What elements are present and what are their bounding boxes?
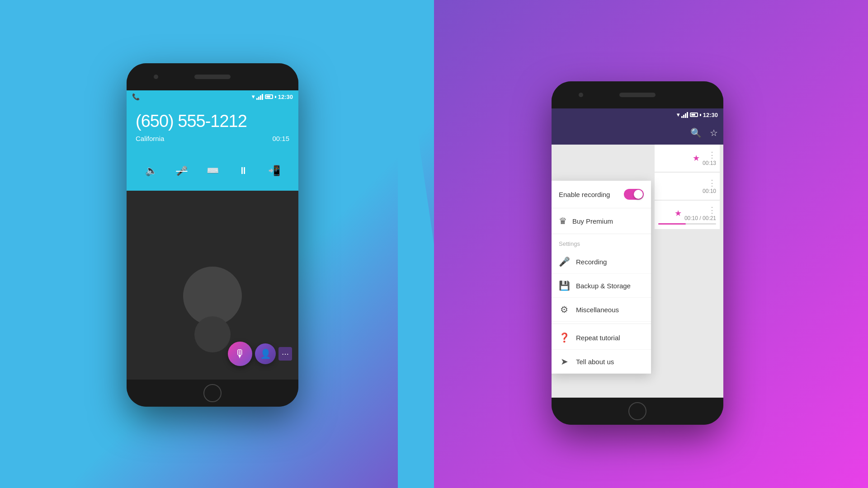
right-status-right: ▾ 12:30 [677, 112, 718, 118]
share-menu-icon: ➤ [559, 356, 570, 367]
storage-menu-icon: 💾 [559, 280, 570, 291]
right-battery-icon [690, 113, 698, 117]
rec-3-time: 00:10 / 00:21 [684, 215, 716, 221]
right-speaker-grille [619, 93, 656, 97]
contact-icon: 👤 [260, 348, 271, 359]
right-phone-screen: ▾ 12:30 [552, 108, 723, 398]
left-phone-screen: 📞 ▾ [127, 90, 298, 380]
enable-recording-toggle[interactable] [624, 189, 644, 200]
menu-item-tutorial[interactable]: ❓ Repeat tutorial [552, 326, 651, 350]
status-left: 📞 [132, 93, 140, 100]
gear-menu-icon: ⚙ [559, 304, 570, 315]
rec-3-meta: ⋮ 00:10 / 00:21 [684, 205, 716, 221]
buy-premium-row[interactable]: ♛ Buy Premium [552, 208, 651, 234]
pause-icon: ⏸ [238, 165, 248, 177]
avatar-small [194, 316, 231, 352]
recording-item-3: ★ ⋮ 00:10 / 00:21 [655, 201, 720, 229]
menu-item-share[interactable]: ➤ Tell about us [552, 350, 651, 374]
scene: 📞 ▾ [0, 0, 868, 488]
help-menu-icon: ❓ [559, 332, 570, 343]
menu-item-backup[interactable]: 💾 Backup & Storage [552, 274, 651, 298]
misc-menu-label: Miscellaneous [576, 306, 619, 314]
speaker-button[interactable]: 🔈 [140, 160, 162, 182]
right-screen: ▾ 12:30 [552, 108, 723, 398]
left-phone-wrapper: 📞 ▾ [127, 63, 298, 407]
dropdown-menu: Enable recording ♛ Buy Premium [552, 181, 651, 374]
add-call-button[interactable]: 📲 [263, 160, 285, 182]
keypad-button[interactable]: ⌨️ [202, 160, 223, 182]
right-toolbar: 🔍 ☆ [552, 121, 723, 145]
phone-icon: 📞 [132, 93, 140, 100]
left-phone-top [127, 63, 298, 90]
menu-item-misc[interactable]: ⚙ Miscellaneous [552, 298, 651, 322]
toggle-knob [634, 190, 643, 199]
backup-menu-label: Backup & Storage [576, 282, 631, 290]
call-duration: 00:15 [272, 135, 289, 142]
share-menu-label: Tell about us [576, 358, 614, 366]
star-icon[interactable]: ☆ [710, 127, 718, 138]
mute-button[interactable]: 🎤 [171, 160, 193, 182]
grid-icon: ⋯ [282, 350, 289, 358]
left-status-time: 12:30 [278, 94, 293, 100]
right-status-time: 12:30 [703, 112, 718, 118]
right-signal-icon [681, 112, 688, 118]
speaker-icon: 🔈 [145, 165, 157, 177]
rec-2-meta: ⋮ 00:10 [703, 178, 716, 194]
right-phone-top [552, 81, 723, 108]
menu-divider [552, 324, 651, 324]
rec-1-dots[interactable]: ⋮ [708, 150, 716, 160]
right-battery-tip [700, 114, 701, 116]
right-phone-wrapper: ▾ 12:30 [552, 81, 723, 425]
enable-recording-row[interactable]: Enable recording [552, 181, 651, 208]
buy-premium-label: Buy Premium [572, 217, 613, 225]
signal-icon [256, 94, 263, 100]
recording-item-1: ★ ⋮ 00:13 [655, 145, 720, 172]
right-content: Enable recording ♛ Buy Premium [552, 145, 723, 398]
left-phone: 📞 ▾ [127, 63, 298, 407]
rec-3-star[interactable]: ★ [675, 208, 682, 218]
fab-row: 🎙 👤 ⋯ [228, 342, 292, 366]
call-status-bar: 📞 ▾ [127, 90, 298, 103]
call-location: California [136, 135, 164, 142]
right-home-button[interactable] [628, 402, 646, 420]
record-fab-button[interactable]: 🎙 [228, 342, 252, 366]
progress-fill [658, 223, 686, 225]
pause-button[interactable]: ⏸ [232, 160, 254, 182]
rec-2-time: 00:10 [703, 188, 716, 194]
avatar-circles [183, 267, 242, 352]
rec-3-row: ★ ⋮ 00:10 / 00:21 [658, 205, 716, 221]
call-info: (650) 555-1212 California 00:15 [127, 103, 298, 154]
recording-list: ★ ⋮ 00:13 ⋮ 00 [651, 145, 723, 229]
home-button[interactable] [203, 384, 222, 402]
call-controls: 🔈 🎤 ⌨️ ⏸ 📲 [127, 154, 298, 191]
right-phone: ▾ 12:30 [552, 81, 723, 425]
call-screen: 📞 ▾ [127, 90, 298, 380]
enable-recording-label: Enable recording [559, 191, 610, 198]
battery-fill [266, 96, 271, 98]
contact-fab-button[interactable]: 👤 [255, 343, 276, 364]
add-call-icon: 📲 [268, 165, 280, 177]
right-battery-fill [691, 114, 696, 116]
menu-item-recording[interactable]: 🎤 Recording [552, 250, 651, 274]
battery-tip [275, 96, 276, 98]
more-fab-button[interactable]: ⋯ [278, 347, 292, 361]
right-camera-dot [579, 93, 583, 97]
rec-2-dots[interactable]: ⋮ [708, 178, 716, 188]
mic-icon: 🎙 [235, 347, 245, 360]
recording-menu-label: Recording [576, 258, 607, 266]
rec-1-meta: ⋮ 00:13 [703, 150, 716, 166]
progress-track [658, 223, 716, 225]
rec-1-star[interactable]: ★ [693, 153, 700, 163]
wifi-icon: ▾ [252, 94, 255, 100]
speaker-grille [194, 75, 231, 79]
right-phone-bottom [552, 398, 723, 425]
recording-item-2: ⋮ 00:10 [655, 173, 720, 200]
call-number: (650) 555-1212 [136, 112, 247, 131]
rec-3-dots[interactable]: ⋮ [708, 205, 716, 215]
crown-icon: ♛ [559, 216, 567, 226]
right-status-bar: ▾ 12:30 [552, 108, 723, 121]
settings-header: Settings [552, 234, 651, 250]
call-body: 🎙 👤 ⋯ [127, 191, 298, 380]
right-wifi-icon: ▾ [677, 112, 679, 118]
search-icon[interactable]: 🔍 [690, 127, 702, 138]
